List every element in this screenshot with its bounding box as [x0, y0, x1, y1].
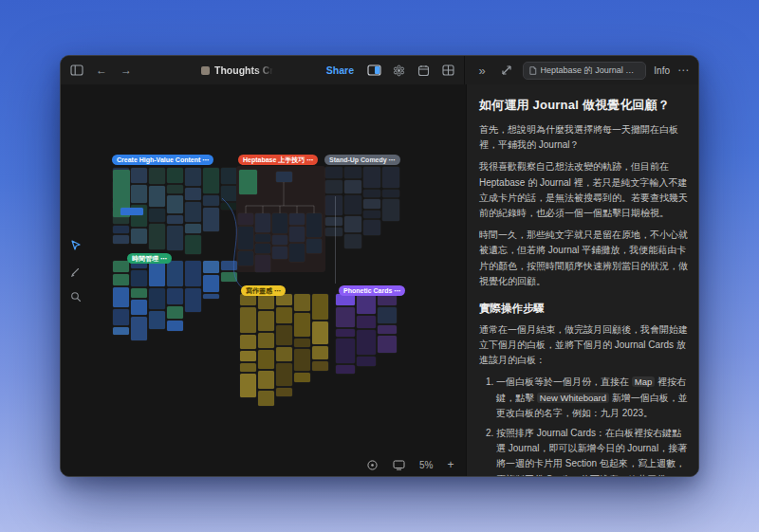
- card[interactable]: [357, 357, 376, 366]
- card[interactable]: [294, 313, 310, 337]
- card[interactable]: [185, 168, 201, 186]
- journal-icon[interactable]: [415, 61, 432, 80]
- whiteboard-canvas[interactable]: Create High-Value Content ⋯Heptabase 上手技…: [61, 84, 466, 477]
- card[interactable]: [325, 195, 342, 215]
- card[interactable]: [255, 234, 270, 242]
- card[interactable]: [131, 288, 147, 298]
- card[interactable]: [258, 350, 274, 369]
- card[interactable]: [363, 199, 380, 209]
- card-library-icon[interactable]: [439, 61, 456, 80]
- card[interactable]: [131, 229, 147, 244]
- card[interactable]: [203, 195, 219, 206]
- card[interactable]: [221, 168, 237, 184]
- card[interactable]: [238, 251, 253, 266]
- card[interactable]: [325, 180, 342, 193]
- card[interactable]: [149, 288, 165, 309]
- card[interactable]: [240, 363, 256, 372]
- select-tool-icon[interactable]: [68, 238, 83, 253]
- sidebar-toggle-icon[interactable]: [68, 61, 85, 80]
- card[interactable]: [258, 371, 274, 389]
- card[interactable]: [238, 227, 253, 249]
- card[interactable]: [185, 261, 201, 286]
- card[interactable]: [294, 294, 310, 311]
- forward-button[interactable]: →: [118, 61, 135, 80]
- card[interactable]: [357, 330, 376, 355]
- card[interactable]: [203, 208, 219, 231]
- card[interactable]: [357, 294, 376, 314]
- search-tool-icon[interactable]: [68, 289, 83, 304]
- card[interactable]: [149, 186, 165, 207]
- card[interactable]: [312, 321, 328, 344]
- card[interactable]: [312, 346, 328, 359]
- card[interactable]: [149, 311, 165, 329]
- card[interactable]: [203, 261, 219, 273]
- card[interactable]: [378, 307, 397, 323]
- card[interactable]: [272, 247, 287, 259]
- section-pill-create-high-value-content[interactable]: Create High-Value Content ⋯: [112, 155, 213, 165]
- card[interactable]: [167, 321, 183, 331]
- card[interactable]: [203, 168, 219, 193]
- card[interactable]: [255, 255, 270, 272]
- card[interactable]: [258, 294, 274, 309]
- card[interactable]: [344, 216, 361, 232]
- card[interactable]: [306, 239, 322, 253]
- card[interactable]: [221, 186, 237, 201]
- card[interactable]: [167, 168, 183, 183]
- card[interactable]: [131, 317, 147, 340]
- card[interactable]: [240, 307, 256, 333]
- more-options-button[interactable]: ⋯: [677, 64, 690, 77]
- card[interactable]: [120, 208, 143, 215]
- card[interactable]: [276, 388, 292, 396]
- card[interactable]: [255, 244, 270, 253]
- card[interactable]: [255, 213, 270, 232]
- card[interactable]: [289, 244, 305, 262]
- card[interactable]: [203, 275, 219, 292]
- card[interactable]: [203, 294, 219, 299]
- back-button[interactable]: ←: [93, 61, 110, 80]
- card[interactable]: [276, 363, 292, 386]
- section-pill-stand-up-comedy[interactable]: Stand-Up Comedy ⋯: [324, 155, 400, 165]
- card[interactable]: [276, 347, 292, 361]
- share-button[interactable]: Share: [326, 64, 354, 76]
- card[interactable]: [221, 272, 237, 282]
- card[interactable]: [276, 307, 292, 323]
- card[interactable]: [289, 227, 305, 242]
- card[interactable]: [272, 213, 287, 233]
- card[interactable]: [185, 224, 201, 233]
- pen-tool-icon[interactable]: [68, 264, 83, 279]
- card[interactable]: [113, 261, 129, 272]
- section-pill-time-management[interactable]: 時間管理 ⋯: [127, 253, 172, 264]
- card[interactable]: [378, 336, 397, 353]
- card[interactable]: [221, 203, 237, 210]
- section-pill-writing-inspiration[interactable]: 寫作靈感 ⋯: [241, 285, 286, 296]
- card[interactable]: [382, 167, 399, 188]
- collapse-panel-icon[interactable]: »: [473, 61, 491, 80]
- card[interactable]: [167, 185, 183, 193]
- card[interactable]: [344, 167, 361, 178]
- card[interactable]: [167, 288, 183, 304]
- card[interactable]: [167, 195, 183, 213]
- card[interactable]: [294, 373, 310, 382]
- card[interactable]: [149, 209, 165, 222]
- card[interactable]: [113, 226, 129, 233]
- card[interactable]: [357, 316, 376, 328]
- card[interactable]: [312, 294, 328, 320]
- zoom-level[interactable]: 5%: [419, 460, 433, 470]
- card[interactable]: [185, 202, 201, 222]
- card[interactable]: [113, 327, 129, 335]
- card[interactable]: [240, 335, 256, 349]
- card[interactable]: [336, 365, 355, 374]
- card[interactable]: [167, 261, 183, 286]
- card[interactable]: [325, 217, 342, 226]
- card[interactable]: [344, 180, 361, 193]
- card[interactable]: [294, 349, 310, 371]
- card[interactable]: [240, 374, 256, 397]
- expand-panel-icon[interactable]: [498, 61, 515, 80]
- locate-view-icon[interactable]: [366, 459, 379, 471]
- card[interactable]: [382, 199, 399, 221]
- card[interactable]: [276, 325, 292, 345]
- presentation-icon[interactable]: [390, 61, 407, 80]
- card[interactable]: [289, 213, 305, 225]
- card[interactable]: [113, 274, 129, 285]
- card[interactable]: [336, 307, 355, 327]
